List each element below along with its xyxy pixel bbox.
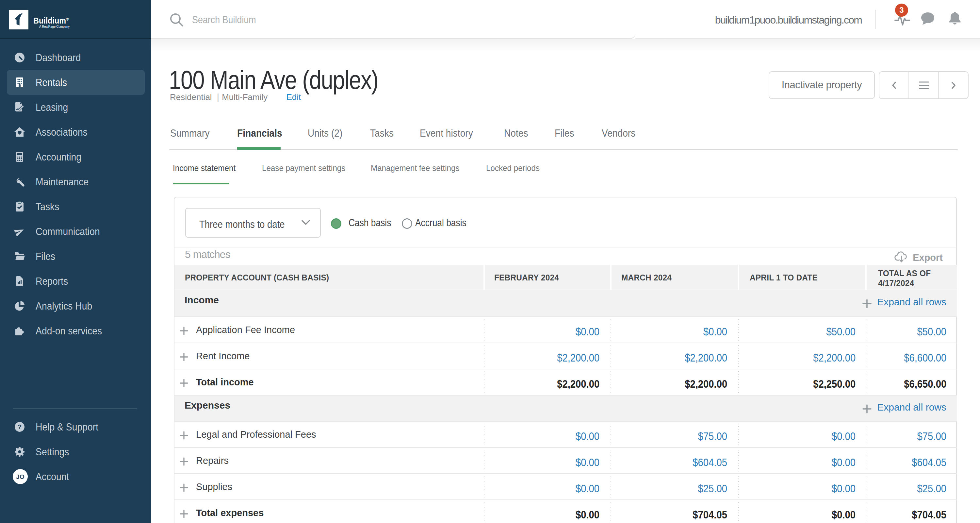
svg-text:JO: JO (16, 473, 24, 480)
svg-text:?: ? (18, 423, 22, 431)
